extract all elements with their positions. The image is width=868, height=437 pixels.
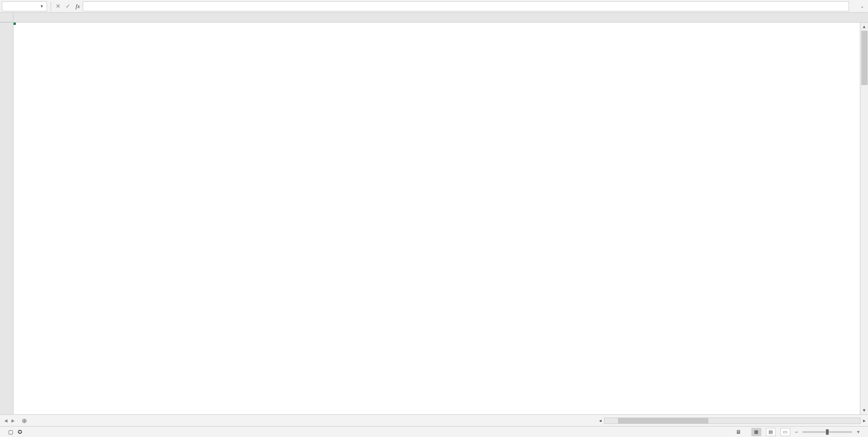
status-bar: ▢ ✪ 🖥 ▦ ▤ ▭ − + xyxy=(0,426,868,437)
display-settings-icon[interactable]: 🖥 xyxy=(736,429,742,435)
scroll-up-icon[interactable]: ▲ xyxy=(860,23,868,31)
fx-icon[interactable]: fx xyxy=(73,1,83,11)
row-headers xyxy=(0,23,14,414)
vertical-scrollbar[interactable]: ▲ ▼ xyxy=(860,23,868,414)
macro-record-icon[interactable]: ▢ xyxy=(8,429,13,435)
horizontal-scroll-thumb[interactable] xyxy=(618,418,708,423)
grid: ▲ ▼ xyxy=(0,23,868,414)
formula-input[interactable] xyxy=(83,1,849,11)
cells-area[interactable] xyxy=(14,23,868,414)
zoom-thumb[interactable] xyxy=(826,429,829,435)
enter-icon[interactable]: ✓ xyxy=(63,1,73,11)
view-page-break-icon[interactable]: ▭ xyxy=(780,428,790,436)
column-headers xyxy=(0,13,868,23)
scroll-left-icon[interactable]: ◄ xyxy=(597,418,604,423)
add-sheet-icon[interactable]: ⊕ xyxy=(19,417,30,424)
zoom-out-icon[interactable]: − xyxy=(795,429,798,435)
tab-nav-prev-icon[interactable]: ◄ xyxy=(3,418,9,424)
view-normal-icon[interactable]: ▦ xyxy=(751,428,761,436)
scroll-down-icon[interactable]: ▼ xyxy=(860,406,868,414)
scroll-right-icon[interactable]: ► xyxy=(861,418,868,423)
sheet-tabs-bar: ◄ ► ⊕ ◄ ► xyxy=(0,414,868,426)
formula-expand-icon[interactable]: ⌄ xyxy=(858,4,866,9)
tab-nav-next-icon[interactable]: ► xyxy=(10,418,16,424)
divider xyxy=(51,1,51,11)
horizontal-scroll-track[interactable] xyxy=(604,418,861,424)
tab-nav: ◄ ► xyxy=(0,418,19,424)
view-page-layout-icon[interactable]: ▤ xyxy=(766,428,776,436)
name-box[interactable]: ▼ xyxy=(2,1,47,11)
formula-bar: ▼ ✕ ✓ fx ⌄ xyxy=(0,0,868,13)
zoom-slider[interactable] xyxy=(802,431,852,433)
cancel-icon[interactable]: ✕ xyxy=(53,1,63,11)
zoom-in-icon[interactable]: + xyxy=(857,429,860,435)
accessibility-icon[interactable]: ✪ xyxy=(18,429,24,435)
select-all-corner[interactable] xyxy=(0,13,14,22)
vertical-scroll-thumb[interactable] xyxy=(861,31,868,85)
fill-handle[interactable] xyxy=(14,23,16,25)
horizontal-scrollbar[interactable]: ◄ ► xyxy=(597,418,868,424)
name-box-dropdown-icon[interactable]: ▼ xyxy=(40,4,44,9)
active-cell-outline xyxy=(14,23,15,24)
